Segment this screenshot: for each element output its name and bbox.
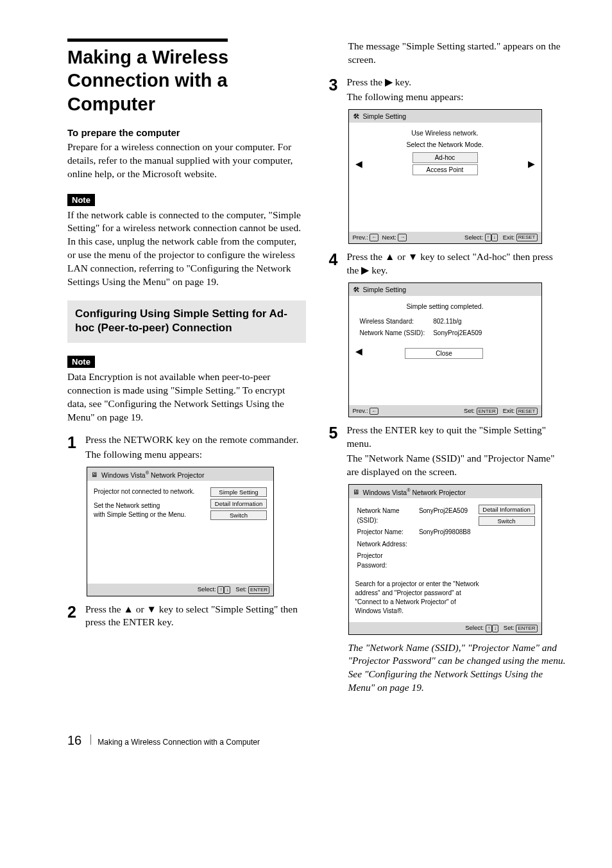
right-intro: The message "Simple Setting started." ap… <box>348 40 568 67</box>
ss3-title: Simple Setting <box>363 286 407 293</box>
ss4-btn-detail-info[interactable]: Detail Information <box>479 505 535 514</box>
ss4-title: Windows Vista® Network Projector <box>363 487 466 496</box>
step-5-line-1: Press the ENTER key to quit the "Simple … <box>347 424 568 451</box>
ss2-title: Simple Setting <box>363 112 407 120</box>
step-4-number: 4 <box>329 252 347 268</box>
ss4-k-addr: Network Address: <box>357 539 417 550</box>
section-heading-box: Configuring Using Simple Setting for Ad-… <box>67 300 306 343</box>
ss3-footer-right: Set: ENTER Exit: RESET <box>464 407 537 415</box>
ss3-k-ssid: Network Name (SSID): <box>359 328 432 339</box>
ss2-line1: Use Wireless network. <box>355 129 535 137</box>
right-arrow-icon[interactable]: ▶ <box>528 159 535 169</box>
note-text-1: If the network cable is connected to the… <box>67 209 306 290</box>
ss4-copy-l2: address" and "Projector password" at <box>355 589 535 598</box>
ss1-btn-detail-info[interactable]: Detail Information <box>210 499 267 508</box>
ss4-copy-l3: "Connect to a Network Projector" of <box>355 598 535 607</box>
ss4-v-ssid: SonyProj2EA509 <box>418 506 477 526</box>
ss3-line1: Simple setting completed. <box>355 302 535 310</box>
ss4-v-projname: SonyProj99808B8 <box>418 527 477 538</box>
step-4-text: Press the ▲ or ▼ key to select "Ad-hoc" … <box>347 250 568 277</box>
left-arrow-icon[interactable]: ◀ <box>355 159 362 169</box>
ss1-line1: Projector not connected to network. <box>94 487 194 496</box>
monitor-icon: 🖥 <box>91 471 98 478</box>
ss1-line2: Set the Network setting <box>94 501 194 510</box>
settings-icon: 🛠 <box>353 112 360 120</box>
step-2: 2 Press the ▲ or ▼ key to select "Simple… <box>67 603 306 630</box>
subhead-prepare: To prepare the computer <box>67 127 306 138</box>
ss4-copy-l4: Windows Vista®. <box>355 607 535 616</box>
ss3-v-standard: 802.11b/g <box>432 317 488 327</box>
step-3-number: 3 <box>329 77 347 93</box>
footer-title: Making a Wireless Connection with a Comp… <box>98 738 260 747</box>
ss1-btn-switch[interactable]: Switch <box>210 510 267 520</box>
step-3-line-2: The following menu appears: <box>347 91 568 104</box>
left-arrow-icon[interactable]: ◀ <box>355 346 362 356</box>
note-label-2: Note <box>67 356 95 368</box>
ss4-k-pass: Projector Password: <box>357 551 417 571</box>
title-rule <box>67 39 228 42</box>
ss3-close-button[interactable]: Close <box>405 348 483 359</box>
ss1-title: Windows Vista® Network Projector <box>101 470 204 479</box>
ss2-option-access-point[interactable]: Access Point <box>412 164 478 175</box>
ss3-footer-left: Prev.: ← <box>353 407 379 415</box>
ss2-footer-right: Select: ↑↓ Exit: RESET <box>464 234 537 241</box>
step-3: 3 Press the ▶ key. The following menu ap… <box>329 76 568 104</box>
ss2-line2: Select the Network Mode. <box>355 141 535 148</box>
ss2-footer-left: Prev.: ← Next: → <box>353 234 407 241</box>
step-2-text: Press the ▲ or ▼ key to select "Simple S… <box>85 603 306 630</box>
ss1-line3: with Simple Setting or the Menu. <box>94 510 194 519</box>
step-1-number: 1 <box>67 435 85 451</box>
ss4-footer-right: Select: ↑↓ Set: ENTER <box>465 624 537 632</box>
ss4-k-projname: Projector Name: <box>357 527 417 538</box>
page-footer: 16 Making a Wireless Connection with a C… <box>67 733 567 748</box>
screenshot-3: 🛠 Simple Setting Simple setting complete… <box>348 282 542 417</box>
screenshot-1: 🖥 Windows Vista® Network Projector Proje… <box>87 467 274 596</box>
monitor-icon: 🖥 <box>353 488 360 496</box>
step-3-line-1: Press the ▶ key. <box>347 76 568 89</box>
ss1-btn-simple-setting[interactable]: Simple Setting <box>210 487 267 497</box>
ss4-copy-l1: Search for a projector or enter the "Net… <box>355 580 535 589</box>
ss4-k-ssid: Network Name (SSID): <box>357 506 417 526</box>
step-5-number: 5 <box>329 425 347 441</box>
step-1-line-1: Press the NETWORK key on the remote comm… <box>85 433 306 447</box>
ss4-btn-switch[interactable]: Switch <box>479 516 535 526</box>
note-text-2: Data Encryption is not available when pe… <box>67 370 306 424</box>
ss2-option-adhoc[interactable]: Ad-hoc <box>412 152 478 163</box>
step-5-line-2: The "Network Name (SSID)" and "Projector… <box>347 452 568 479</box>
page-number: 16 <box>67 733 81 748</box>
ss3-k-standard: Wireless Standard: <box>359 317 432 327</box>
section-heading-text: Configuring Using Simple Setting for Ad-… <box>75 307 298 335</box>
step-5: 5 Press the ENTER key to quit the "Simpl… <box>329 424 568 479</box>
ss1-footer-right: Select: ↑↓ Set: ENTER <box>198 586 269 593</box>
screenshot-4: 🖥 Windows Vista® Network Projector Netwo… <box>348 484 542 635</box>
settings-icon: 🛠 <box>353 286 360 293</box>
page-title: Making a Wireless Connection with a Comp… <box>67 46 306 116</box>
step-4: 4 Press the ▲ or ▼ key to select "Ad-hoc… <box>329 250 568 277</box>
step-1-line-2: The following menu appears: <box>85 448 306 462</box>
note-label-1: Note <box>67 194 95 206</box>
para-prepare: Prepare for a wireless connection on you… <box>67 141 306 181</box>
italic-footnote: The "Network Name (SSID)," "Projector Na… <box>348 641 568 695</box>
ss3-v-ssid: SonyProj2EA509 <box>432 328 488 339</box>
screenshot-2: 🛠 Simple Setting Use Wireless network. S… <box>348 109 542 244</box>
step-1: 1 Press the NETWORK key on the remote co… <box>67 433 306 462</box>
step-2-number: 2 <box>67 604 85 620</box>
